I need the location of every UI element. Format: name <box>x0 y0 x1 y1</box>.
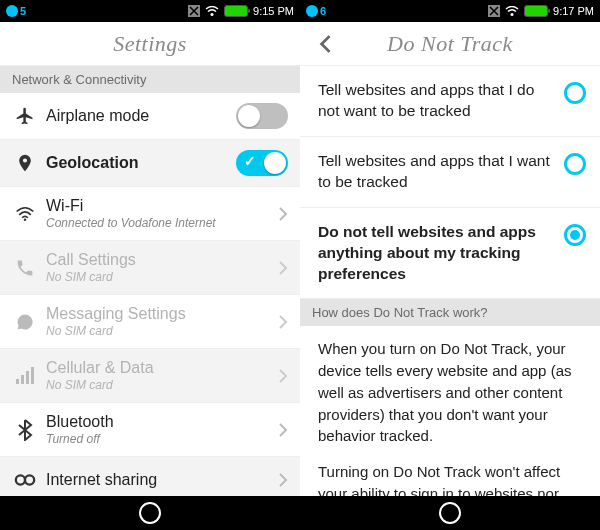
chevron-right-icon <box>278 315 288 329</box>
section-header-network: Network & Connectivity <box>0 66 300 93</box>
wifi-icon <box>205 6 219 17</box>
row-label: Airplane mode <box>46 107 236 125</box>
svg-point-2 <box>24 218 27 221</box>
sim-status-icon <box>188 5 200 17</box>
do-not-track-screen: 6 9:17 PM Do Not Track Tell web <box>300 0 600 530</box>
bluetooth-icon <box>12 419 38 441</box>
chevron-right-icon <box>278 473 288 487</box>
svg-rect-6 <box>31 367 34 384</box>
statusbar: 6 9:17 PM <box>300 0 600 22</box>
info-paragraph: When you turn on Do Not Track, your devi… <box>318 338 582 447</box>
home-button[interactable] <box>139 502 161 524</box>
statusbar: 5 9:15 PM <box>0 0 300 22</box>
clock: 9:15 PM <box>253 5 294 17</box>
window-indicator-icon <box>306 5 318 17</box>
location-pin-icon <box>12 152 38 174</box>
navbar <box>0 496 300 530</box>
chevron-right-icon <box>278 423 288 437</box>
option-label: Do not tell websites and apps any­thing … <box>318 222 564 285</box>
wifi-icon <box>12 206 38 222</box>
airplane-icon <box>12 106 38 126</box>
chevron-right-icon <box>278 369 288 383</box>
navbar <box>300 496 600 530</box>
svg-rect-4 <box>21 375 24 384</box>
window-counter: 5 <box>20 5 26 17</box>
back-button[interactable] <box>310 22 340 66</box>
svg-rect-3 <box>16 379 19 384</box>
row-label: Messaging Settings <box>46 305 278 323</box>
radio-selected-icon <box>564 224 586 246</box>
page-title: Do Not Track <box>387 31 513 57</box>
page-title: Settings <box>113 31 187 57</box>
row-label: Wi-Fi <box>46 197 278 215</box>
row-subtitle: Connected to Vodafone Internet <box>46 216 278 230</box>
settings-screen: 5 9:15 PM Settings Network & Connectivit… <box>0 0 300 530</box>
row-label: Cellular & Data <box>46 359 278 377</box>
radio-icon <box>564 153 586 175</box>
svg-point-8 <box>25 475 34 484</box>
signal-bars-icon <box>12 367 38 385</box>
option-label: Tell websites and apps that I want to be… <box>318 151 564 193</box>
option-label: Tell websites and apps that I do not wan… <box>318 80 564 122</box>
row-wifi[interactable]: Wi-Fi Connected to Vodafone Internet <box>0 187 300 241</box>
wifi-icon <box>505 6 519 17</box>
message-icon <box>12 312 38 332</box>
row-bluetooth[interactable]: Bluetooth Turned off <box>0 403 300 457</box>
geolocation-toggle[interactable] <box>236 150 288 176</box>
airplane-toggle[interactable] <box>236 103 288 129</box>
header: Do Not Track <box>300 22 600 66</box>
battery-icon <box>524 5 548 17</box>
row-messaging-settings[interactable]: Messaging Settings No SIM card <box>0 295 300 349</box>
battery-icon <box>224 5 248 17</box>
window-counter: 6 <box>320 5 326 17</box>
home-button[interactable] <box>439 502 461 524</box>
link-icon <box>12 472 38 488</box>
chevron-right-icon <box>278 207 288 221</box>
row-label: Geolocation <box>46 154 236 172</box>
svg-point-7 <box>16 475 25 484</box>
section-header-info: How does Do Not Track work? <box>300 299 600 326</box>
header: Settings <box>0 22 300 66</box>
row-label: Call Settings <box>46 251 278 269</box>
option-allow-track[interactable]: Tell websites and apps that I want to be… <box>300 137 600 208</box>
option-do-not-track[interactable]: Tell websites and apps that I do not wan… <box>300 66 600 137</box>
row-call-settings[interactable]: Call Settings No SIM card <box>0 241 300 295</box>
clock: 9:17 PM <box>553 5 594 17</box>
sim-status-icon <box>488 5 500 17</box>
option-no-preference[interactable]: Do not tell websites and apps any­thing … <box>300 208 600 300</box>
row-subtitle: Turned off <box>46 432 278 446</box>
row-label: Internet sharing <box>46 471 278 489</box>
row-label: Bluetooth <box>46 413 278 431</box>
row-cellular-data[interactable]: Cellular & Data No SIM card <box>0 349 300 403</box>
window-indicator-icon <box>6 5 18 17</box>
chevron-right-icon <box>278 261 288 275</box>
row-subtitle: No SIM card <box>46 270 278 284</box>
svg-rect-5 <box>26 371 29 384</box>
row-airplane-mode[interactable]: Airplane mode <box>0 93 300 140</box>
svg-point-1 <box>211 13 214 16</box>
row-subtitle: No SIM card <box>46 324 278 338</box>
radio-icon <box>564 82 586 104</box>
row-subtitle: No SIM card <box>46 378 278 392</box>
svg-point-10 <box>511 13 514 16</box>
phone-icon <box>12 258 38 278</box>
row-geolocation[interactable]: Geolocation <box>0 140 300 187</box>
